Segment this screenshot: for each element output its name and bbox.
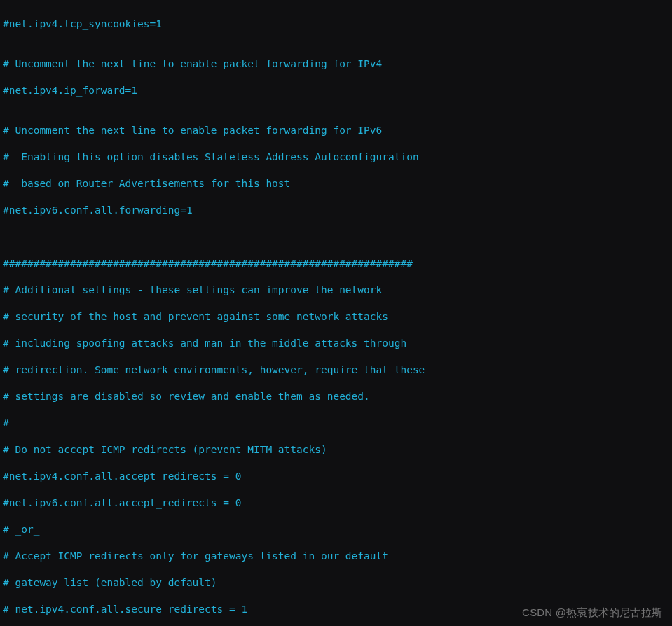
config-line: #net.ipv4.tcp_syncookies=1 [3,18,669,31]
config-line: # redirection. Some network environments… [3,363,669,377]
config-line: # gateway list (enabled by default) [3,576,669,590]
config-line: # Additional settings - these settings c… [3,284,669,297]
config-line: ########################################… [3,257,669,270]
config-line: #net.ipv6.conf.all.accept_redirects = 0 [3,496,669,510]
config-line: # settings are disabled so review and en… [3,390,669,403]
config-line: # Enabling this option disables Stateles… [3,151,669,164]
config-line: # based on Router Advertisements for thi… [3,177,669,190]
watermark: CSDN @热衷技术的尼古拉斯 [522,606,662,619]
config-line: # [3,417,669,430]
config-line: #net.ipv4.conf.all.accept_redirects = 0 [3,470,669,483]
config-line: # Accept ICMP redirects only for gateway… [3,550,669,563]
config-line: # including spoofing attacks and man in … [3,337,669,350]
terminal-editor[interactable]: #net.ipv4.tcp_syncookies=1 # Uncomment t… [0,0,672,626]
config-line: # Do not accept ICMP redirects (prevent … [3,443,669,457]
config-line: #net.ipv6.conf.all.forwarding=1 [3,204,669,217]
config-line: # Uncomment the next line to enable pack… [3,57,669,71]
config-line: # security of the host and prevent again… [3,310,669,324]
config-line: #net.ipv4.ip_forward=1 [3,84,669,97]
config-line: # _or_ [3,523,669,536]
config-line: # Uncomment the next line to enable pack… [3,124,669,137]
